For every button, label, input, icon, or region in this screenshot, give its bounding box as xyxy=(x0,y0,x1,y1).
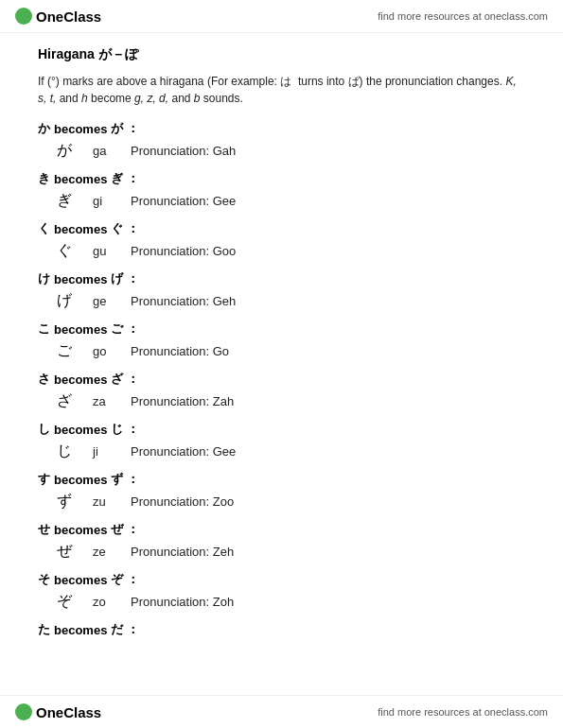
becomes-word: becomes xyxy=(54,573,107,587)
section-row: さ becomes ざ：ざzaPronunciation: Zah xyxy=(38,371,525,411)
char-roman: ze xyxy=(93,545,115,559)
becomes-label: け becomes げ： xyxy=(38,270,525,287)
pronunciation-text: Pronunciation: Goo xyxy=(131,244,236,258)
becomes-word: becomes xyxy=(54,373,107,387)
pronunciation-text: Pronunciation: Gah xyxy=(131,144,236,158)
char-jp: ぎ xyxy=(57,191,78,211)
section-row: こ becomes ご：ごgoPronunciation: Go xyxy=(38,321,525,361)
char-detail: ごgoPronunciation: Go xyxy=(57,341,525,361)
char-detail: ざzaPronunciation: Zah xyxy=(57,391,525,411)
result-char: が xyxy=(111,120,123,137)
base-char: か xyxy=(38,120,50,137)
separator: ： xyxy=(127,571,139,588)
result-char: げ xyxy=(111,270,123,287)
char-roman: ge xyxy=(93,294,115,308)
pronunciation-text: Pronunciation: Gee xyxy=(131,444,236,459)
result-char: だ xyxy=(111,621,123,638)
section-row: け becomes げ：げgePronunciation: Geh xyxy=(38,270,525,311)
section-row: し becomes じ：じjiPronunciation: Gee xyxy=(38,421,525,461)
footer: OneClass find more resources at oneclass… xyxy=(0,695,563,728)
main-content: Hiragana が－ぽ If (°) marks are above a hi… xyxy=(0,33,563,674)
base-char: せ xyxy=(38,521,50,538)
char-jp: じ xyxy=(57,442,78,461)
char-jp: げ xyxy=(57,291,78,311)
becomes-word: becomes xyxy=(54,172,107,186)
section-row: か becomes が：がgaPronunciation: Gah xyxy=(38,120,525,161)
section-row: き becomes ぎ：ぎgiPronunciation: Gee xyxy=(38,170,525,211)
section-row: せ becomes ぜ：ぜzePronunciation: Zeh xyxy=(38,521,525,562)
section-row: く becomes ぐ：ぐguPronunciation: Goo xyxy=(38,220,525,261)
footer-site-link: find more resources at oneclass.com xyxy=(378,706,548,718)
separator: ： xyxy=(127,270,139,287)
char-detail: ぎgiPronunciation: Gee xyxy=(57,191,525,211)
base-char: た xyxy=(38,621,50,638)
separator: ： xyxy=(127,371,139,388)
becomes-word: becomes xyxy=(54,473,107,487)
char-detail: げgePronunciation: Geh xyxy=(57,291,525,311)
char-detail: ぐguPronunciation: Goo xyxy=(57,241,525,261)
becomes-label: き becomes ぎ： xyxy=(38,170,525,187)
char-jp: ご xyxy=(57,341,78,361)
char-jp: が xyxy=(57,141,78,161)
pronunciation-text: Pronunciation: Zoo xyxy=(131,494,234,509)
char-jp: ぜ xyxy=(57,542,78,562)
char-detail: がgaPronunciation: Gah xyxy=(57,141,525,161)
char-roman: zu xyxy=(93,494,115,509)
becomes-label: そ becomes ぞ： xyxy=(38,571,525,588)
base-char: き xyxy=(38,170,50,187)
base-char: け xyxy=(38,270,50,287)
char-jp: ざ xyxy=(57,391,78,411)
char-detail: ぜzePronunciation: Zeh xyxy=(57,542,525,562)
result-char: ぜ xyxy=(111,521,123,538)
becomes-word: becomes xyxy=(54,623,107,637)
char-roman: ga xyxy=(93,144,115,158)
separator: ： xyxy=(127,220,139,237)
becomes-label: か becomes が： xyxy=(38,120,525,137)
footer-logo: OneClass xyxy=(15,703,101,720)
base-char: こ xyxy=(38,321,50,338)
becomes-label: せ becomes ぜ： xyxy=(38,521,525,538)
pronunciation-text: Pronunciation: Go xyxy=(131,344,229,358)
becomes-word: becomes xyxy=(54,423,107,437)
becomes-label: こ becomes ご： xyxy=(38,321,525,338)
separator: ： xyxy=(127,471,139,488)
result-char: ぎ xyxy=(111,170,123,187)
section-row: そ becomes ぞ：ぞzoPronunciation: Zoh xyxy=(38,571,525,612)
becomes-label: し becomes じ： xyxy=(38,421,525,438)
becomes-label: く becomes ぐ： xyxy=(38,220,525,237)
section-row: た becomes だ： xyxy=(38,621,525,638)
becomes-word: becomes xyxy=(54,523,107,537)
char-roman: gu xyxy=(93,244,115,258)
result-char: ぞ xyxy=(111,571,123,588)
char-roman: gi xyxy=(93,194,115,208)
pronunciation-text: Pronunciation: Zoh xyxy=(131,595,234,609)
char-roman: ji xyxy=(93,444,115,459)
result-char: ず xyxy=(111,471,123,488)
char-jp: ぐ xyxy=(57,241,78,261)
char-roman: za xyxy=(93,394,115,408)
char-detail: ぞzoPronunciation: Zoh xyxy=(57,592,525,612)
result-char: ご xyxy=(111,321,123,338)
base-char: し xyxy=(38,421,50,438)
result-char: ざ xyxy=(111,371,123,388)
logo-text: OneClass xyxy=(36,9,101,25)
base-char: さ xyxy=(38,371,50,388)
result-char: ぐ xyxy=(111,220,123,237)
separator: ： xyxy=(127,120,139,137)
pronunciation-text: Pronunciation: Geh xyxy=(131,294,236,308)
section-row: す becomes ず：ずzuPronunciation: Zoo xyxy=(38,471,525,511)
header-site-link: find more resources at oneclass.com xyxy=(378,10,548,22)
becomes-word: becomes xyxy=(54,322,107,337)
base-char: す xyxy=(38,471,50,488)
pronunciation-text: Pronunciation: Zah xyxy=(131,394,234,408)
separator: ： xyxy=(127,521,139,538)
becomes-word: becomes xyxy=(54,222,107,236)
becomes-word: becomes xyxy=(54,122,107,136)
result-char: じ xyxy=(111,421,123,438)
intro-text: If (°) marks are above a hiragana (For e… xyxy=(38,73,525,107)
char-roman: go xyxy=(93,344,115,358)
becomes-word: becomes xyxy=(54,272,107,286)
char-detail: ずzuPronunciation: Zoo xyxy=(57,492,525,511)
footer-logo-circle-icon xyxy=(15,703,32,720)
char-jp: ぞ xyxy=(57,592,78,612)
